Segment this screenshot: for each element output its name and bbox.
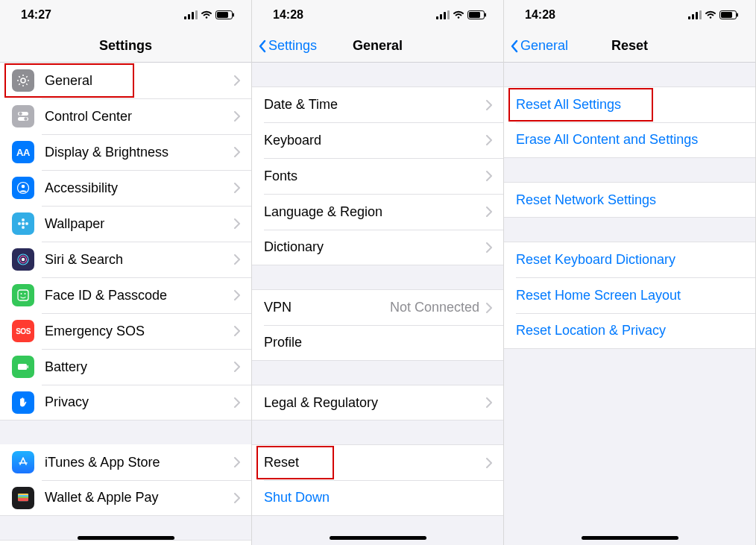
- cellular-signal-icon: [184, 10, 198, 19]
- wallet-icon: [12, 487, 34, 509]
- flower-icon: [12, 212, 34, 235]
- battery-icon: [467, 10, 487, 19]
- list-item[interactable]: Control Center: [0, 98, 251, 134]
- chevron-right-icon: [485, 207, 493, 217]
- list-item[interactable]: VPNNot Connected: [252, 289, 503, 325]
- list-item[interactable]: Privacy: [0, 385, 251, 420]
- chevron-right-icon: [233, 75, 241, 86]
- page-title: Settings: [0, 38, 251, 54]
- list-item[interactable]: iTunes & App Store: [0, 444, 251, 480]
- list-item-label: Dictionary: [264, 239, 485, 255]
- appstore-icon: [12, 451, 34, 473]
- battery-icon: [215, 10, 235, 19]
- list-item[interactable]: AADisplay & Brightness: [0, 134, 251, 170]
- wifi-icon: [201, 10, 212, 19]
- list-item[interactable]: Language & Region: [252, 194, 503, 230]
- chevron-left-icon: [258, 40, 267, 53]
- list-item[interactable]: Dictionary: [252, 230, 503, 265]
- home-indicator[interactable]: [582, 536, 678, 540]
- list-item[interactable]: Accessibility: [0, 170, 251, 206]
- nav-bar: Settings: [0, 30, 251, 63]
- list-item-label: Reset Keyboard Dictionary: [516, 252, 745, 268]
- chevron-right-icon: [233, 254, 241, 265]
- list-item-label: Keyboard: [264, 133, 485, 148]
- chevron-right-icon: [233, 218, 241, 229]
- list-item[interactable]: SOSEmergency SOS: [0, 313, 251, 349]
- person-circle-icon: [12, 177, 34, 199]
- list-item-label: Wallet & Apple Pay: [45, 490, 233, 505]
- list-item[interactable]: Reset Location & Privacy: [504, 313, 755, 349]
- home-indicator[interactable]: [330, 536, 426, 540]
- chevron-right-icon: [233, 183, 241, 193]
- list-item[interactable]: [0, 540, 251, 545]
- list-item[interactable]: Legal & Regulatory: [252, 385, 503, 420]
- list-item-label: Language & Region: [264, 204, 485, 220]
- list-item[interactable]: Battery: [0, 349, 251, 385]
- list-item[interactable]: Keyboard: [252, 122, 503, 158]
- status-indicators: [436, 10, 487, 19]
- screen-general: 14:28 Settings General Date & TimeKeyboa…: [252, 0, 504, 545]
- list-item[interactable]: Reset Keyboard Dictionary: [504, 242, 755, 277]
- list-item-label: Shut Down: [264, 490, 493, 505]
- screen-reset: 14:28 General Reset Reset All SettingsEr…: [504, 0, 756, 545]
- chevron-right-icon: [485, 242, 493, 253]
- wifi-icon: [453, 10, 464, 19]
- general-list[interactable]: Date & TimeKeyboardFontsLanguage & Regio…: [252, 63, 503, 545]
- sos-icon: SOS: [12, 320, 34, 342]
- chevron-right-icon: [233, 111, 241, 122]
- list-item-label: Control Center: [45, 109, 233, 125]
- list-item-label: Privacy: [45, 394, 233, 410]
- hand-icon: [12, 391, 34, 414]
- list-item[interactable]: Wallpaper: [0, 206, 251, 242]
- status-time: 14:28: [273, 8, 303, 22]
- back-button[interactable]: General: [510, 38, 568, 54]
- status-time: 14:28: [525, 8, 555, 22]
- list-item-label: Legal & Regulatory: [264, 395, 485, 411]
- home-indicator[interactable]: [78, 536, 174, 540]
- chevron-right-icon: [233, 493, 241, 503]
- cellular-signal-icon: [436, 10, 450, 19]
- list-item[interactable]: Date & Time: [252, 86, 503, 122]
- status-indicators: [184, 10, 235, 19]
- list-item[interactable]: Wallet & Apple Pay: [0, 480, 251, 516]
- list-item-label: Reset All Settings: [516, 97, 745, 113]
- settings-list[interactable]: GeneralControl CenterAADisplay & Brightn…: [0, 63, 251, 545]
- list-item[interactable]: Erase All Content and Settings: [504, 122, 755, 158]
- list-item[interactable]: Profile: [252, 325, 503, 361]
- back-label: General: [520, 38, 568, 54]
- list-item[interactable]: Reset Home Screen Layout: [504, 277, 755, 313]
- chevron-left-icon: [510, 40, 519, 53]
- list-item-label: Reset Home Screen Layout: [516, 288, 745, 303]
- list-item[interactable]: Reset Network Settings: [504, 182, 755, 218]
- back-button[interactable]: Settings: [258, 38, 317, 54]
- back-label: Settings: [268, 38, 317, 54]
- wifi-icon: [705, 10, 716, 19]
- chevron-right-icon: [233, 290, 241, 300]
- status-bar: 14:28: [252, 0, 503, 30]
- list-item[interactable]: Face ID & Passcode: [0, 277, 251, 313]
- list-item[interactable]: General: [0, 63, 251, 98]
- list-item-label: Accessibility: [45, 180, 233, 196]
- battery-icon: [719, 10, 739, 19]
- list-item-label: Reset: [264, 455, 485, 470]
- list-item[interactable]: Siri & Search: [0, 242, 251, 277]
- reset-list[interactable]: Reset All SettingsErase All Content and …: [504, 63, 755, 545]
- list-item-detail: Not Connected: [390, 300, 479, 315]
- nav-bar: General Reset: [504, 30, 755, 63]
- chevron-right-icon: [485, 397, 493, 408]
- status-indicators: [688, 10, 739, 19]
- list-item-label: Profile: [264, 335, 493, 350]
- list-item-label: General: [45, 73, 233, 89]
- list-item-label: Fonts: [264, 168, 485, 184]
- cellular-signal-icon: [688, 10, 702, 19]
- list-item[interactable]: Reset All Settings: [504, 86, 755, 122]
- list-item-label: iTunes & App Store: [45, 455, 233, 470]
- list-item[interactable]: Shut Down: [252, 480, 503, 516]
- list-item-label: Display & Brightness: [45, 145, 233, 160]
- screen-settings: 14:27 Settings GeneralControl CenterAADi…: [0, 0, 252, 545]
- nav-bar: Settings General: [252, 30, 503, 63]
- list-item[interactable]: Reset: [252, 444, 503, 480]
- list-item-label: Reset Location & Privacy: [516, 323, 745, 338]
- list-item[interactable]: Fonts: [252, 158, 503, 194]
- chevron-right-icon: [485, 100, 493, 110]
